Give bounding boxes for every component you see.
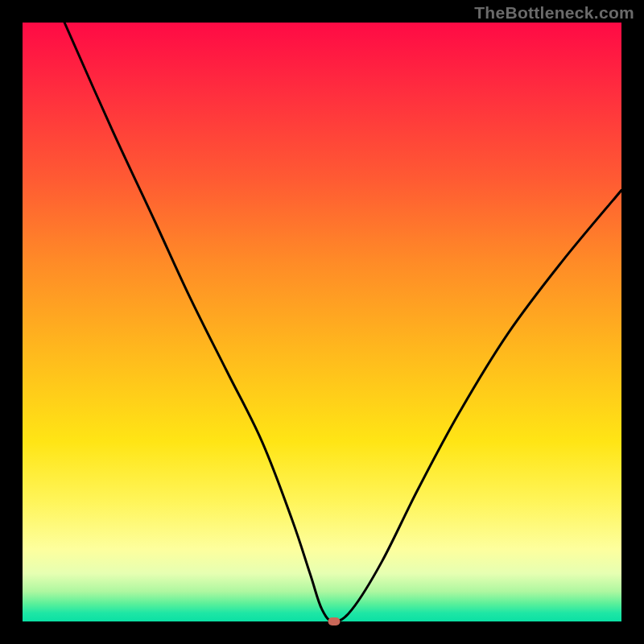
optimum-marker — [328, 617, 340, 625]
plot-area — [23, 23, 621, 621]
chart-frame: TheBottleneck.com — [0, 0, 644, 644]
curve-svg — [23, 23, 621, 621]
watermark-text: TheBottleneck.com — [474, 3, 634, 23]
bottleneck-curve-path — [64, 23, 621, 621]
